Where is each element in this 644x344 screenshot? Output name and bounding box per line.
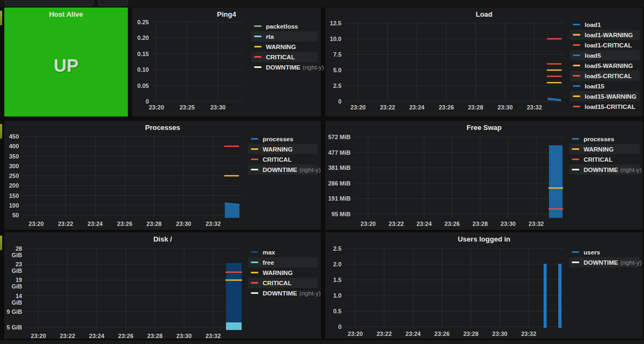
legend-label: users (584, 249, 600, 256)
graph-canvas[interactable] (354, 137, 564, 218)
x-axis-tick: 23:24 (410, 221, 437, 227)
panel-title[interactable]: Load (325, 10, 643, 18)
x-axis-tick: 23:20 (143, 104, 170, 111)
legend-label: WARNING (263, 146, 293, 153)
row-menu-tab[interactable] (0, 11, 2, 25)
panel-title[interactable]: Disk / (4, 235, 321, 243)
legend-swatch-icon (573, 65, 580, 66)
row-menu-tab[interactable] (0, 124, 2, 139)
legend-label: max (263, 249, 275, 256)
x-axis-tick: 23:32 (523, 221, 550, 227)
legend-item-load15-warning[interactable]: load15-WARNING (570, 91, 640, 101)
panel-title[interactable]: Processes (4, 123, 321, 132)
y-axis-tick: 2.0 (325, 261, 341, 267)
x-axis-tick: 23:22 (383, 221, 410, 227)
y-axis-tick: 28 GiB (4, 245, 22, 258)
legend-label: rta (266, 33, 274, 40)
graph-canvas[interactable] (23, 136, 242, 218)
panel-host-alive: Host Alive UP (4, 8, 128, 116)
template-variable-dropdown-small[interactable] (98, 0, 128, 6)
graph-canvas[interactable] (26, 249, 242, 330)
legend-swatch-icon (572, 148, 579, 150)
legend-item-critical[interactable]: CRITICAL (569, 154, 640, 164)
legend-item-downtime[interactable]: DOWNTIME(right-y) (569, 257, 640, 267)
graph-canvas[interactable] (345, 23, 564, 101)
legend-swatch-icon (254, 66, 262, 68)
template-variable-dropdown[interactable] (5, 0, 93, 6)
legend-item-load1-warning[interactable]: load1-WARNING (570, 30, 640, 40)
row-menu-tab[interactable] (0, 236, 2, 250)
legend-item-users[interactable]: users (569, 247, 640, 257)
legend-item-load5-critical[interactable]: load5-CRITICAL (570, 71, 640, 81)
legend-swatch-icon (573, 95, 580, 97)
legend-swatch-icon (572, 159, 579, 160)
x-axis-tick: 23:30 (204, 104, 231, 111)
panel-title[interactable]: Ping4 (132, 10, 321, 18)
legend-label: load15 (585, 83, 604, 90)
legend-item-downtime[interactable]: DOWNTIME(right-y) (569, 164, 640, 175)
legend-item-downtime[interactable]: DOWNTIME(right-y) (248, 164, 318, 175)
legend-item-load15[interactable]: load15 (570, 81, 640, 91)
legend-label: processes (584, 136, 614, 142)
legend-item-warning[interactable]: WARNING (569, 144, 640, 154)
legend-label: load5-WARNING (585, 63, 633, 69)
x-axis-tick: 23:28 (457, 331, 484, 337)
legend-item-free[interactable]: free (248, 257, 318, 267)
legend-label: WARNING (263, 270, 293, 276)
legend-item-rta[interactable]: rta (251, 31, 318, 42)
legend-item-critical[interactable]: CRITICAL (248, 278, 318, 288)
legend-label: CRITICAL (263, 156, 292, 163)
x-axis-tick: 23:26 (433, 104, 460, 111)
y-axis-tick: 0.25 (132, 19, 149, 25)
y-axis-tick: 191 MiB (325, 195, 351, 202)
legend-item-critical[interactable]: CRITICAL (248, 154, 318, 164)
legend-item-max[interactable]: max (248, 247, 318, 257)
legend-swatch-icon (573, 85, 580, 87)
legend-label: DOWNTIME (584, 167, 618, 173)
panel-title[interactable]: Free Swap (325, 123, 643, 132)
x-axis-tick: 23:28 (462, 104, 489, 111)
x-axis-tick: 23:24 (83, 333, 110, 339)
legend-swatch-icon (573, 54, 580, 56)
legend-item-processes[interactable]: processes (248, 134, 318, 144)
panel-title[interactable]: Users logged in (325, 235, 643, 243)
x-axis-tick: 23:30 (487, 331, 513, 337)
legend-item-warning[interactable]: WARNING (248, 267, 318, 278)
x-axis-tick: 23:20 (345, 104, 372, 111)
graph-canvas[interactable] (153, 22, 243, 101)
legend-item-downtime[interactable]: DOWNTIME(right-y) (251, 62, 318, 72)
legend-swatch-icon (572, 169, 579, 170)
legend-swatch-icon (572, 251, 579, 253)
legend-swatch-icon (573, 106, 580, 107)
legend-item-warning[interactable]: WARNING (248, 144, 318, 154)
x-axis-tick: 23:28 (141, 221, 168, 227)
y-axis-tick: 19 GiB (4, 277, 22, 290)
legend-suffix: (right-y) (299, 290, 321, 297)
panel-title[interactable]: Host Alive (4, 10, 128, 18)
legend: load1load1-WARNINGload1-CRITICALload5loa… (570, 19, 640, 112)
grafana-dashboard: Host Alive UP Ping4 packetlossrtaWARNING… (0, 0, 644, 344)
graph-canvas[interactable] (345, 249, 564, 328)
legend-item-load5[interactable]: load5 (570, 50, 640, 60)
y-axis-tick: 0.10 (132, 66, 149, 73)
legend-swatch-icon (251, 138, 258, 140)
legend-item-warning[interactable]: WARNING (251, 42, 318, 52)
x-axis-tick: 23:24 (81, 221, 108, 227)
legend: usersDOWNTIME(right-y) (569, 247, 640, 267)
legend-swatch-icon (573, 75, 580, 77)
legend-item-critical[interactable]: CRITICAL (251, 52, 318, 62)
legend-item-load15-critical[interactable]: load15-CRITICAL (570, 101, 640, 112)
legend-item-load1[interactable]: load1 (570, 19, 640, 30)
legend-swatch-icon (572, 138, 579, 140)
legend-swatch-icon (251, 272, 258, 273)
legend-item-downtime[interactable]: DOWNTIME(right-y) (248, 288, 318, 298)
legend-item-processes[interactable]: processes (569, 134, 640, 144)
legend: processesWARNINGCRITICALDOWNTIME(right-y… (569, 134, 640, 175)
legend-swatch-icon (251, 282, 258, 284)
legend-item-load1-critical[interactable]: load1-CRITICAL (570, 40, 640, 50)
legend-item-load5-warning[interactable]: load5-WARNING (570, 60, 640, 71)
legend-item-packetloss[interactable]: packetloss (251, 21, 318, 31)
x-axis-tick: 23:20 (25, 333, 52, 339)
y-axis-tick: 350 (4, 153, 19, 160)
legend-label: load5-CRITICAL (585, 73, 632, 79)
